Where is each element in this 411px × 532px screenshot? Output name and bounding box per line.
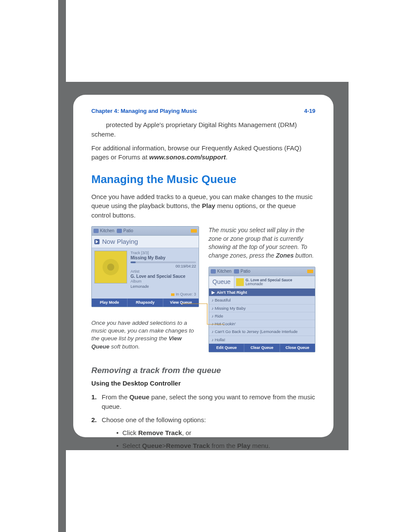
- option-menu-remove: Select Queue>Remove Track from the Play …: [116, 441, 315, 451]
- zone-hint-text: The music you select will play in the zo…: [209, 226, 315, 260]
- queue-now-playing-strip: G. Love and Special Sauce Lemonade: [234, 276, 315, 288]
- queue-row[interactable]: Can't Go Back to Jersey (Lemonade Interl…: [209, 328, 315, 336]
- page-frame: Chapter 4: Managing and Playing Music 4-…: [58, 82, 349, 450]
- queue-row[interactable]: Missing My Baby: [209, 305, 315, 312]
- softkey-close-queue[interactable]: Close Queue: [280, 344, 315, 352]
- page-content: Chapter 4: Managing and Playing Music 4-…: [73, 95, 333, 437]
- section-heading: Managing the Music Queue: [91, 171, 315, 188]
- queue-row[interactable]: Ride: [209, 312, 315, 320]
- softkey-clear-queue[interactable]: Clear Queue: [244, 344, 280, 352]
- queue-row[interactable]: Beautiful: [209, 296, 315, 304]
- section-intro: Once you have added tracks to a queue, y…: [91, 192, 315, 220]
- zone-bar: Kitchen Patio: [92, 227, 199, 236]
- speaker-icon: [117, 229, 122, 233]
- option-remove-track: Click Remove Track, or: [116, 428, 315, 438]
- queue-track-list: Ain't That Right Beautiful Missing My Ba…: [209, 289, 315, 344]
- in-queue-count: In Queue: 3: [92, 292, 199, 299]
- subsubsection-heading: Using the Desktop Controller: [91, 379, 315, 388]
- chapter-title: Chapter 4: Managing and Playing Music: [91, 108, 197, 114]
- speaker-icon: [93, 229, 99, 233]
- intro-line-1: protected by Apple's proprietary Digital…: [91, 120, 315, 139]
- softkey-rhapsody[interactable]: Rhapsody: [128, 299, 163, 307]
- album-art: [94, 251, 127, 283]
- queue-row[interactable]: Ain't That Right: [209, 289, 315, 296]
- now-playing-screenshot: Kitchen Patio Now Playing: [91, 226, 199, 307]
- step-2: Choose one of the following options: Cli…: [91, 415, 315, 450]
- progress-bar: [131, 261, 196, 263]
- softkey-play-mode[interactable]: Play Mode: [92, 299, 128, 307]
- battery-icon: [307, 270, 313, 273]
- connector-line: [181, 302, 216, 328]
- track-metadata: Track [3/3] Missing My Baby 00:19/04:22 …: [131, 251, 196, 289]
- softkey-edit-queue[interactable]: Edit Queue: [209, 344, 244, 352]
- running-header: Chapter 4: Managing and Playing Music 4-…: [91, 108, 315, 114]
- speaker-icon: [234, 269, 239, 274]
- now-playing-header: Now Playing: [92, 236, 199, 248]
- album-art-small: [236, 278, 244, 286]
- support-url: www.sonos.com/support: [149, 153, 226, 161]
- zone-bar: Kitchen Patio: [209, 267, 315, 276]
- battery-icon: [191, 229, 197, 233]
- subsection-heading: Removing a track from the queue: [91, 364, 315, 376]
- queue-row[interactable]: Holla!: [209, 336, 315, 344]
- bullet-options: Click Remove Track, or Select Queue>Remo…: [102, 428, 315, 451]
- step-1: From the Queue pane, select the song you…: [91, 392, 315, 411]
- intro-line-2: For additional information, browse our F…: [91, 143, 315, 162]
- speaker-icon: [211, 269, 216, 274]
- play-icon: [94, 239, 100, 244]
- numbered-steps: From the Queue pane, select the song you…: [91, 392, 315, 451]
- page-number: 4-19: [304, 108, 315, 114]
- softkey-row: Edit Queue Clear Queue Close Queue: [209, 344, 315, 352]
- queue-screenshot: Kitchen Patio Queue G. Love a: [209, 267, 315, 352]
- queue-heading: Queue: [209, 276, 234, 288]
- queue-row[interactable]: Hot Cookin': [209, 320, 315, 328]
